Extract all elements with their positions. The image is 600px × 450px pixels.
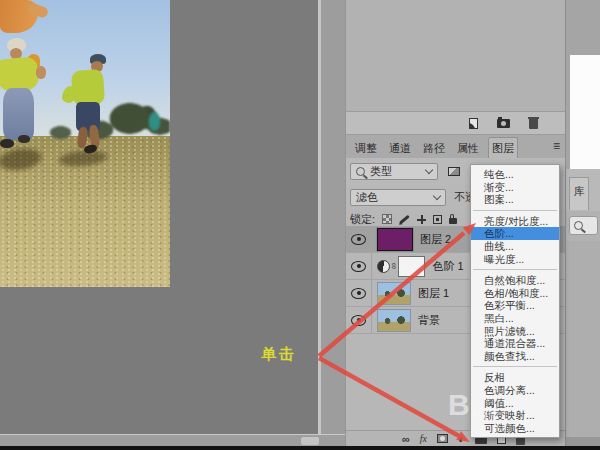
eye-icon [351,288,366,299]
tab-libraries[interactable]: 库 [569,177,589,210]
menu-item-posterize[interactable]: 色调分离... [471,384,559,397]
layer-style-fx-button[interactable]: fx [420,433,427,444]
image-icon [448,167,460,176]
blend-mode-dropdown[interactable]: 滤色 [350,189,446,206]
new-document-from-state-button[interactable] [465,116,481,131]
chevron-down-icon [425,166,433,174]
teal-bush [148,111,161,132]
history-panel-body [346,0,565,112]
adjustment-layer-menu: 纯色... 渐变... 图案... 亮度/对比度... 色阶... 曲线... … [470,164,560,438]
layer-name[interactable]: 背景 [418,313,440,328]
tab-adjustments[interactable]: 调整 [352,138,380,158]
menu-item-threshold[interactable]: 阈值... [471,397,559,410]
filter-pixel-layers-button[interactable] [446,164,462,179]
menu-item-black-white[interactable]: 黑白... [471,312,559,325]
menu-item-gradient-map[interactable]: 渐变映射... [471,409,559,422]
link-layers-button[interactable]: ∞ [402,435,410,443]
status-bar [0,434,345,446]
layer-name[interactable]: 图层 2 [420,232,451,247]
menu-item-exposure[interactable]: 曝光度... [471,253,559,266]
menu-item-channel-mixer[interactable]: 通道混合器... [471,337,559,350]
eye-icon [351,234,366,245]
photoshop-window: 单击 调整 通道 路径 属性 图层 ≡ 类型 ◐ [0,0,600,450]
visibility-toggle[interactable] [346,280,372,306]
visibility-toggle[interactable] [346,253,372,279]
layer-name[interactable]: 色阶 1 [432,259,463,274]
center-child-shirt [71,69,105,106]
menu-separator [471,265,559,274]
lock-artboard-icon[interactable] [433,215,442,224]
new-adjustment-layer-button[interactable]: ◐ [458,433,465,445]
search-icon [356,167,365,176]
menu-item-brightness-contrast[interactable]: 亮度/对比度... [471,215,559,228]
left-child-hand [36,66,46,79]
lock-position-move-icon[interactable] [417,215,426,224]
left-child-shoe [18,135,30,143]
bottom-black-bar [0,446,600,450]
levels-adjustment-icon[interactable] [377,260,390,273]
layer-thumbnail-photo[interactable] [377,309,411,332]
menu-item-solid-color[interactable]: 纯色... [471,168,559,181]
trash-icon [529,119,538,129]
scrollbar-nub[interactable] [301,437,319,445]
mask-link-icon: ∞ [389,263,399,269]
lock-label: 锁定: [350,212,375,227]
eye-icon [351,261,366,272]
layer-thumbnail-purple-fill[interactable] [377,228,413,251]
menu-item-hue-saturation[interactable]: 色相/饱和度... [471,287,559,300]
libraries-panel-footer [566,437,600,446]
libraries-tab-row: 库 [566,169,600,211]
tab-properties[interactable]: 属性 [454,138,482,158]
photo-children-running [0,0,170,287]
panel-menu-icon[interactable]: ≡ [553,141,560,151]
layer-mask-thumbnail[interactable] [398,256,425,277]
new-snapshot-button[interactable] [495,116,511,131]
menu-item-color-lookup[interactable]: 颜色查找... [471,350,559,363]
layer-thumbnail-photo[interactable] [377,282,411,305]
blend-mode-value: 滤色 [356,190,378,205]
menu-item-invert[interactable]: 反相 [471,371,559,384]
dock-gutter [321,0,345,434]
libraries-search-input[interactable] [569,216,598,235]
white-panel-area [570,55,600,169]
left-child-shoe [0,139,14,148]
left-child-jeans [3,88,34,140]
chevron-down-icon [433,192,441,200]
menu-item-pattern[interactable]: 图案... [471,193,559,206]
visibility-toggle[interactable] [346,226,372,252]
filter-type-label: 类型 [370,164,392,179]
visibility-toggle[interactable] [346,307,372,333]
lock-transparent-pixels-icon[interactable] [382,214,392,224]
tab-layers[interactable]: 图层 [488,137,518,158]
tab-channels[interactable]: 通道 [386,138,414,158]
menu-item-vibrance[interactable]: 自然饱和度... [471,274,559,287]
menu-item-photo-filter[interactable]: 照片滤镜... [471,325,559,338]
click-annotation: 单击 [261,345,297,364]
document-icon [469,118,478,129]
menu-item-color-balance[interactable]: 色彩平衡... [471,299,559,312]
libraries-dock: 库 [565,0,600,446]
eye-icon [351,315,366,326]
menu-separator [471,362,559,371]
delete-state-button[interactable] [525,116,541,131]
layer-name[interactable]: 图层 1 [418,286,449,301]
camera-icon [497,119,510,128]
menu-item-levels-highlighted[interactable]: 色阶... [471,227,559,240]
menu-item-curves[interactable]: 曲线... [471,240,559,253]
panel-tab-bar: 调整 通道 路径 属性 图层 ≡ [346,135,565,158]
menu-item-selective-color[interactable]: 可选颜色... [471,422,559,435]
lock-image-pixels-brush-icon[interactable] [399,214,409,223]
history-panel-toolbar [346,112,565,135]
menu-item-gradient[interactable]: 渐变... [471,181,559,194]
add-layer-mask-button[interactable] [437,434,448,443]
filter-type-dropdown[interactable]: 类型 [350,163,438,180]
lock-all-padlock-icon[interactable] [449,218,457,224]
tab-paths[interactable]: 路径 [420,138,448,158]
libraries-panel-body [566,241,600,437]
libraries-search-row [566,211,600,241]
menu-separator [471,206,559,215]
document-canvas[interactable] [0,0,345,446]
search-icon [574,221,583,230]
